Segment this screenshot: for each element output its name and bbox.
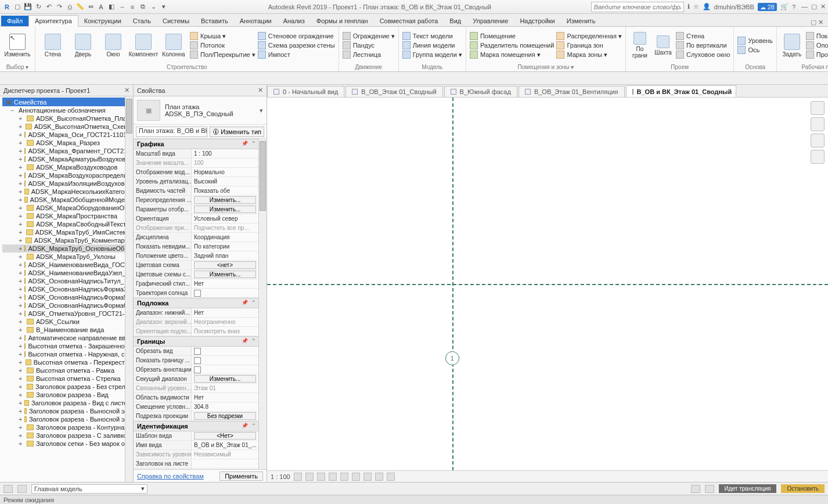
tab-Вид[interactable]: Вид <box>444 16 467 26</box>
model-line-button[interactable]: Линия модели <box>402 41 462 49</box>
viewer-button[interactable]: Просмотр <box>806 51 828 59</box>
tab-Сталь[interactable]: Сталь <box>127 16 157 26</box>
mullion-button[interactable]: Импост <box>258 51 335 59</box>
ribbon-collapse-icon[interactable]: ▢ ✕ <box>811 19 828 26</box>
tree[interactable]: ▣Семейства −Аннотационные обозначения +A… <box>0 96 133 482</box>
open-icon[interactable]: ▢ <box>13 2 22 12</box>
prop-row[interactable]: Графический стил...Нет <box>134 279 258 289</box>
close-icon[interactable]: ✕ <box>820 3 826 10</box>
tree-item[interactable]: +Автоматическое направление ввер <box>2 334 133 342</box>
prop-row[interactable]: Масштаб вида1 : 100 <box>134 149 258 159</box>
cropshow-icon[interactable] <box>363 473 372 481</box>
doc-tab[interactable]: В_ОВ и ВК_Этаж 01_Сводный✕ <box>626 85 736 97</box>
app-icon[interactable]: R <box>2 2 12 12</box>
modify-button[interactable]: ↖Изменить <box>3 34 31 57</box>
scale-button[interactable]: 1 : 100 <box>271 473 290 480</box>
door-button[interactable]: Дверь <box>69 34 97 57</box>
scrollbar[interactable] <box>125 96 133 482</box>
tree-item[interactable]: +ADSK_Марка_Фрагмент_ГОСТ21-11 <box>2 147 133 155</box>
pan-icon[interactable] <box>811 134 825 147</box>
navwheel-icon[interactable] <box>811 117 825 131</box>
stop-button[interactable]: Остановить <box>781 484 825 493</box>
model-group-button[interactable]: Группа модели ▾ <box>402 51 462 59</box>
crop-icon[interactable] <box>352 473 360 481</box>
text-icon[interactable]: A <box>96 2 106 12</box>
tree-item[interactable]: +ADSK_МаркаТруб_Комментарии <box>2 236 133 244</box>
prop-row[interactable]: Ориентация подло...Посмотреть вниз <box>134 327 258 336</box>
type-selector[interactable]: План этажа: В_ОВ и ВК_Эт ▾ <box>136 127 207 137</box>
doc-tab[interactable]: В_Южный фасад <box>444 86 517 97</box>
search-input[interactable] <box>591 2 684 12</box>
doc-tab[interactable]: В_ОВ_Этаж 01_Сводный <box>345 86 442 97</box>
tree-item[interactable]: +ADSK_ВысотнаяОтметка_Схема <box>2 123 133 131</box>
notification-badge[interactable]: ☁ 28 <box>758 3 777 11</box>
tree-item[interactable]: +ADSK_МаркаНесколькихКатегори <box>2 188 133 196</box>
tab-Надстройки[interactable]: Надстройки <box>514 16 560 26</box>
switch-icon[interactable]: ⌄ <box>149 2 158 12</box>
tree-item[interactable]: +ADSK_МаркаСвободныйТекст <box>2 220 133 228</box>
print-icon[interactable]: ⎙ <box>65 2 74 12</box>
prop-row[interactable]: Обрезать аннотации <box>134 365 258 375</box>
model-text-button[interactable]: Текст модели <box>402 32 462 40</box>
shaft-button[interactable]: Шахта <box>653 35 674 56</box>
tree-item[interactable]: +ADSK_ОсновнаяНадписьФорма3_Г <box>2 285 133 293</box>
minimize-icon[interactable]: — <box>801 3 808 10</box>
prop-row[interactable]: Показать границу ... <box>134 356 258 365</box>
close-hidden-icon[interactable]: ⧉ <box>138 2 147 12</box>
tree-item[interactable]: +ADSK_Марка_Разрез <box>2 139 133 147</box>
column-button[interactable]: Колонна <box>160 34 188 57</box>
tree-item[interactable]: +ADSK_ОсновнаяНадписьТитул_ГОС <box>2 277 133 285</box>
roof-button[interactable]: Крыша ▾ <box>190 32 255 40</box>
maximize-icon[interactable]: ▢ <box>811 3 817 10</box>
tree-item[interactable]: +ADSK_МаркаТруб_ОсновныеОбозначения <box>2 244 133 253</box>
tab-Совместная работа[interactable]: Совместная работа <box>374 16 444 26</box>
chevron-down-icon[interactable]: ▾ <box>260 107 263 114</box>
prop-row[interactable]: Ссылающийся лист <box>134 469 258 469</box>
close-icon[interactable]: ✕ <box>258 87 263 94</box>
component-button[interactable]: Компонент <box>129 34 157 57</box>
tab-Системы[interactable]: Системы <box>157 16 195 26</box>
prop-row[interactable]: Зависимость уровняНезависимый <box>134 450 258 459</box>
tree-item[interactable]: +ADSK_Ссылки <box>2 318 133 326</box>
prop-row[interactable]: Значение масшта...100 <box>134 159 258 168</box>
prop-row[interactable]: Секущий диапазонИзменить... <box>134 375 258 384</box>
home-icon[interactable] <box>811 101 825 115</box>
workset-combo[interactable]: Главная модель▾ <box>31 484 147 494</box>
room-sep-button[interactable]: Разделитель помещений <box>470 41 555 49</box>
tag-icon[interactable]: ◧ <box>107 2 116 12</box>
tree-item[interactable]: +Высотная отметка - Закрашенное з <box>2 342 133 350</box>
tree-item[interactable]: +ADSK_МаркаТруб_Уклоны <box>2 253 133 261</box>
tab-file[interactable]: Файл <box>1 16 28 26</box>
tab-Вставить[interactable]: Вставить <box>195 16 234 26</box>
dd-icon[interactable]: ▾ <box>159 2 168 12</box>
level-button[interactable]: Уровень <box>737 37 772 45</box>
filter-icon[interactable] <box>691 485 700 493</box>
tab-Аннотации[interactable]: Аннотации <box>234 16 278 26</box>
info-icon[interactable]: ℹ <box>687 3 690 10</box>
ramp-button[interactable]: Пандус <box>343 41 395 49</box>
scrollbar[interactable] <box>258 139 267 469</box>
signin-icon[interactable]: 👤 <box>703 3 711 10</box>
prop-row[interactable]: Параметры отобр...Изменить... <box>134 205 258 214</box>
tree-item[interactable]: +Заголовок разреза - Контурная <box>2 423 133 431</box>
tab-Изменить[interactable]: Изменить <box>561 16 602 26</box>
stair-button[interactable]: Лестница <box>343 51 395 59</box>
tree-item[interactable]: +ADSK_МаркаВоздухораспределите <box>2 171 133 179</box>
tab-Конструкции[interactable]: Конструкции <box>78 16 127 26</box>
prop-row[interactable]: Видимость частейПоказать обе <box>134 186 258 196</box>
floor-button[interactable]: Пол/Перекрытие ▾ <box>190 51 255 59</box>
tree-item[interactable]: +В_Наименование вида <box>2 326 133 334</box>
railing-button[interactable]: Ограждение ▾ <box>343 32 395 40</box>
tree-item[interactable]: +ADSK_МаркаАрматурыВоздуховод <box>2 155 133 163</box>
tree-cat-annotations[interactable]: −Аннотационные обозначения <box>2 106 133 114</box>
save-icon[interactable]: 💾 <box>23 2 33 12</box>
prop-row[interactable]: Обрезать вид <box>134 347 258 356</box>
undo-icon[interactable]: ↶ <box>44 2 53 12</box>
sun-icon[interactable] <box>317 473 325 481</box>
tab-Управление[interactable]: Управление <box>467 16 514 26</box>
render-icon[interactable] <box>340 473 348 481</box>
set-button[interactable]: Задать <box>780 34 804 57</box>
thin-icon[interactable]: ≡ <box>128 2 137 12</box>
workset-icon[interactable] <box>3 485 13 493</box>
tree-item[interactable]: +Заголовок разреза - Вид <box>2 391 133 399</box>
